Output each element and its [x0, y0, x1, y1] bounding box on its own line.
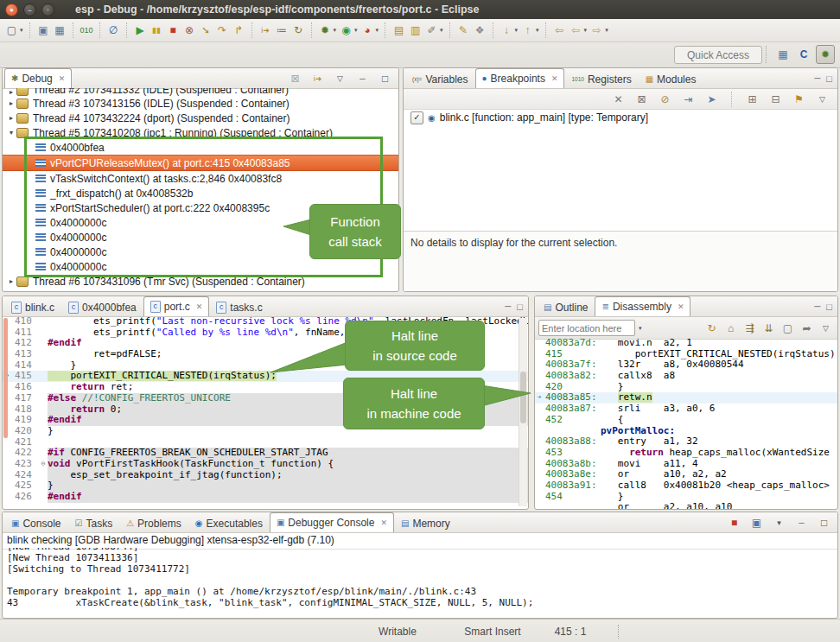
home-icon[interactable]: ⌂ — [723, 321, 738, 336]
debug-perspective-button[interactable]: ✹ — [816, 45, 835, 64]
code-line[interactable]: 424 esp_set_breakpoint_if_jtag(function)… — [3, 470, 528, 481]
code-line[interactable]: 423⊖void vPortFirstTaskHook(TaskFunction… — [3, 459, 528, 470]
open-console-dropdown-icon[interactable]: ▾ — [772, 515, 786, 531]
tab-executables[interactable]: ◉Executables — [188, 513, 270, 532]
profile-dropdown-icon[interactable]: ▾ — [376, 27, 379, 34]
view-menu-icon[interactable]: ▽ — [815, 92, 830, 107]
search-icon[interactable]: ✐ — [424, 22, 439, 38]
disconnect-icon[interactable]: ⊗ — [182, 22, 197, 38]
code-line[interactable]: 422#if CONFIG_FREERTOS_BREAK_ON_SCHEDULE… — [3, 448, 528, 459]
disassembly-line[interactable]: 40083a7d: movi.n a2, 1 — [535, 338, 837, 349]
tab-tasks[interactable]: ☑Tasks — [67, 513, 119, 532]
save-icon[interactable]: ▣ — [36, 22, 51, 38]
step-into-icon[interactable]: ➘ — [199, 22, 213, 38]
save-all-icon[interactable]: ▦ — [53, 22, 67, 38]
tab-outline[interactable]: ▤Outline — [537, 297, 595, 316]
tree-expander-icon[interactable]: ▸ — [6, 88, 16, 96]
terminate-icon[interactable]: ■ — [166, 22, 181, 38]
last-edit-location-icon[interactable]: ⇦ — [552, 22, 567, 38]
view-menu-icon[interactable]: ▽ — [333, 71, 347, 86]
tree-expander-icon[interactable]: ▸ — [6, 114, 16, 122]
skip-all-breakpoints-icon[interactable]: ∅ — [106, 22, 121, 38]
search-dropdown-icon[interactable]: ▾ — [440, 27, 443, 34]
minimize-icon[interactable]: ─ — [505, 302, 511, 311]
disassembly-line[interactable]: 452 { — [535, 415, 837, 426]
location-dropdown-icon[interactable]: ▾ — [639, 325, 642, 332]
close-icon[interactable]: ✕ — [678, 302, 684, 311]
open-new-view-icon[interactable]: ➦ — [799, 321, 814, 336]
tree-expander-icon[interactable]: ▸ — [6, 277, 16, 285]
cpp-perspective-button[interactable]: C — [795, 46, 812, 63]
code-line[interactable]: 425} — [3, 480, 528, 492]
instruction-stepping-mode-icon[interactable]: i➜ — [310, 71, 325, 86]
instruction-stepping-icon[interactable]: i➜ — [258, 22, 273, 38]
location-input[interactable] — [538, 320, 635, 336]
new-wizard-dropdown-icon[interactable]: ▾ — [20, 27, 23, 34]
breakpoint-checkbox[interactable]: ✓ — [410, 111, 423, 124]
sync-with-context-icon[interactable]: ⇶ — [742, 321, 757, 336]
mark-occurrences-icon[interactable]: ✎ — [456, 22, 471, 38]
tab-memory[interactable]: ▤Memory — [394, 513, 457, 532]
debug-dropdown-icon[interactable]: ▾ — [334, 27, 337, 34]
minimize-icon[interactable]: ─ — [794, 515, 809, 531]
disassembly-listing[interactable]: 40083a7d: movi.n a2, 1415 portEXIT_CRITI… — [535, 338, 837, 509]
groupings-icon[interactable]: ⚑ — [792, 92, 806, 107]
minimize-icon[interactable]: ─ — [814, 302, 820, 311]
use-step-filters-icon[interactable]: ≔ — [275, 22, 290, 38]
disassembly-line[interactable]: 40083a87: srli a3, a0, 6 — [535, 404, 837, 415]
tab-variables[interactable]: (x)=Variables — [405, 69, 475, 88]
close-icon[interactable]: ✕ — [551, 74, 558, 83]
next-annotation-icon[interactable]: ↓ — [500, 22, 514, 38]
maximize-icon[interactable]: □ — [826, 302, 832, 312]
scrollbar-thumb[interactable] — [520, 372, 526, 423]
fold-icon[interactable]: ⊖ — [39, 459, 48, 470]
collapse-all-icon[interactable]: ⊟ — [768, 92, 783, 107]
console-output[interactable]: [New Thread 1073468744][New Thread 10734… — [3, 548, 837, 618]
tab-disassembly[interactable]: ≣Disassembly✕ — [595, 296, 690, 316]
tab-port-c[interactable]: cport.c✕ — [143, 296, 210, 316]
tab-debug[interactable]: ✱ Debug ✕ — [4, 68, 72, 88]
previous-annotation-icon[interactable]: ↑ — [520, 22, 535, 38]
disassembly-line[interactable]: 40083a88: entry a1, 32 — [535, 436, 837, 448]
tab-modules[interactable]: ▦Modules — [639, 69, 703, 88]
new-wizard-icon[interactable]: ▢ — [4, 22, 19, 38]
disassembly-line[interactable]: 40083a91: call8 0x40081b20 <heap_caps_ma… — [535, 480, 837, 492]
open-perspective-button[interactable]: ▦ — [774, 46, 792, 63]
remove-all-terminated-icon[interactable]: ⊠ — [288, 71, 302, 86]
next-annotation-dropdown-icon[interactable]: ▾ — [515, 27, 519, 34]
skip-all-breakpoints-icon[interactable]: ⊘ — [658, 92, 672, 107]
profile-icon[interactable]: ◕ — [360, 22, 375, 38]
step-return-icon[interactable]: ↱ — [232, 22, 246, 38]
window-minimize-button[interactable]: – — [23, 3, 36, 16]
tab-0x4000bfea[interactable]: c0x4000bfea — [61, 297, 143, 316]
debug-icon[interactable]: ✹ — [318, 22, 333, 38]
maximize-icon[interactable]: □ — [517, 302, 523, 312]
refresh-icon[interactable]: ↻ — [704, 321, 719, 336]
disassembly-line[interactable]: 454 } — [535, 492, 837, 503]
restart-icon[interactable]: ↻ — [291, 22, 306, 38]
resume-icon[interactable]: ▶ — [133, 22, 148, 38]
thread-row[interactable]: ▸Thread #2 1073411332 (IDLE) (Suspended … — [3, 88, 398, 96]
code-line[interactable]: 421 — [3, 437, 528, 448]
minimize-icon[interactable]: ─ — [355, 71, 370, 86]
track-expression-icon[interactable]: ⇊ — [761, 321, 776, 336]
breakpoint-item[interactable]: ✓ ◉ blink.c [function: app_main] [type: … — [404, 110, 837, 125]
tab-registers[interactable]: 1010Registers — [564, 69, 638, 88]
disassembly-line[interactable]: or a2, a10, a10 — [535, 502, 837, 509]
tab-problems[interactable]: ⚠Problems — [119, 513, 188, 532]
tab-blink-c[interactable]: cblink.c — [4, 297, 61, 316]
link-with-debug-view-icon[interactable]: ⇥ — [681, 92, 696, 107]
disassembly-line[interactable]: 40083a82: callx8 a8 — [535, 371, 837, 382]
tree-expander-icon[interactable]: ▾ — [6, 129, 16, 137]
view-menu-icon[interactable]: ▽ — [818, 321, 833, 336]
run-dropdown-icon[interactable]: ▾ — [354, 27, 358, 34]
remove-all-breakpoints-icon[interactable]: ⊠ — [634, 92, 649, 107]
open-resource-icon[interactable]: ▥ — [408, 22, 423, 38]
tree-expander-icon[interactable]: ▸ — [6, 99, 16, 107]
editor-vertical-scrollbar[interactable] — [519, 318, 527, 506]
quick-access-button[interactable]: Quick Access — [674, 46, 762, 64]
tab-console[interactable]: ▣Console — [4, 513, 67, 532]
maximize-icon[interactable]: □ — [826, 73, 832, 84]
thread-row[interactable]: ▸Thread #4 1073432224 (dport) (Suspended… — [3, 111, 398, 125]
close-icon[interactable]: ✕ — [59, 74, 66, 83]
